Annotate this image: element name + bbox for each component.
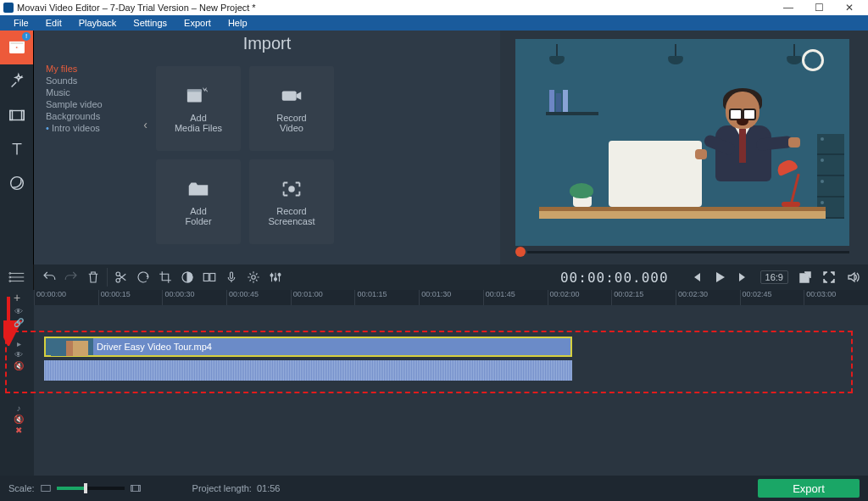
timecode-display: 00:00:00.000: [548, 270, 681, 286]
clip-filename: Driver Easy Video Tour.mp4: [97, 342, 212, 352]
volume-button[interactable]: [843, 267, 863, 287]
scrubber-handle-icon[interactable]: [515, 247, 526, 257]
time-ruler[interactable]: 00:00:00 00:00:15 00:00:30 00:00:45 00:0…: [34, 290, 868, 305]
svg-point-26: [275, 278, 277, 281]
nav-stickers[interactable]: [0, 166, 33, 200]
svg-rect-22: [210, 274, 215, 281]
svg-rect-31: [131, 486, 132, 492]
rotate-button[interactable]: [133, 267, 153, 287]
separator: [107, 268, 108, 287]
menu-export[interactable]: Export: [175, 18, 220, 28]
minimize-button[interactable]: —: [773, 0, 804, 15]
link-icon[interactable]: 🔗: [14, 318, 24, 327]
cat-my-files[interactable]: My files: [46, 63, 139, 75]
tile-record-video-label: Record Video: [276, 113, 306, 133]
cat-sample-video[interactable]: Sample video: [46, 98, 139, 110]
play-button[interactable]: [709, 267, 730, 287]
color-adjust-button[interactable]: [177, 267, 198, 287]
import-panel: Import My files Sounds Music Sample vide…: [34, 31, 500, 264]
preview-video[interactable]: [515, 39, 849, 246]
timeline-body[interactable]: 00:00:00 00:00:15 00:00:30 00:00:45 00:0…: [34, 290, 868, 476]
transition-wizard-button[interactable]: [199, 267, 220, 287]
scrubber-track[interactable]: [527, 251, 849, 253]
menu-help[interactable]: Help: [220, 18, 256, 28]
fullscreen-button[interactable]: [819, 267, 839, 287]
scale-label: Scale:: [8, 483, 35, 493]
preview-scrubber[interactable]: [515, 246, 849, 258]
ruler-tick: 00:02:30: [676, 290, 740, 305]
split-button[interactable]: [111, 267, 131, 287]
overlay-track-controls: 👁🔗: [7, 307, 31, 327]
menu-settings[interactable]: Settings: [125, 18, 175, 28]
equalizer-button[interactable]: [265, 267, 286, 287]
svg-point-27: [278, 274, 281, 276]
cat-music[interactable]: Music: [46, 86, 139, 98]
close-button[interactable]: ✕: [834, 0, 865, 15]
ruler-tick: 00:00:15: [98, 290, 163, 305]
audio-track-controls: ♪🔇✖: [7, 404, 31, 435]
mute-icon[interactable]: 🔇: [14, 415, 24, 424]
next-frame-button[interactable]: [733, 267, 754, 287]
redo-button[interactable]: [61, 267, 81, 287]
export-button[interactable]: Export: [758, 479, 860, 498]
tile-record-video[interactable]: Record Video: [249, 66, 334, 151]
menu-bar: File Edit Playback Settings Export Help: [0, 15, 868, 31]
music-note-icon[interactable]: ♪: [17, 404, 21, 413]
audio-clip[interactable]: [44, 360, 572, 381]
clip-thumbnail: [46, 338, 93, 355]
menu-edit[interactable]: Edit: [37, 18, 70, 28]
zoom-out-icon[interactable]: [40, 482, 52, 494]
window-title: Movavi Video Editor – 7-Day Trial Versio…: [17, 3, 773, 13]
zoom-in-icon[interactable]: [130, 482, 142, 494]
collapse-categories-icon[interactable]: ‹: [143, 117, 147, 132]
eye-icon[interactable]: 👁: [14, 307, 23, 316]
nav-filters[interactable]: [0, 64, 33, 98]
tile-add-folder-label: Add Folder: [185, 206, 211, 226]
svg-rect-1: [9, 42, 24, 45]
video-clip[interactable]: Driver Easy Video Tour.mp4: [44, 337, 572, 357]
svg-point-25: [270, 274, 273, 276]
cat-intro-videos[interactable]: Intro videos: [46, 122, 139, 134]
cat-backgrounds[interactable]: Backgrounds: [46, 110, 139, 122]
nav-transitions[interactable]: [0, 98, 33, 132]
svg-rect-32: [138, 486, 140, 492]
ruler-tick: 00:01:00: [291, 290, 355, 305]
import-tiles: Add Media Files Record Video Add Folder …: [144, 58, 500, 264]
tile-add-media[interactable]: Add Media Files: [156, 66, 241, 151]
tile-add-media-label: Add Media Files: [175, 113, 222, 133]
delete-button[interactable]: [83, 267, 103, 287]
menu-file[interactable]: File: [5, 18, 37, 28]
svg-point-24: [252, 276, 256, 280]
nav-titles[interactable]: [0, 132, 33, 166]
tile-record-screencast-label: Record Screencast: [268, 206, 314, 226]
crop-button[interactable]: [155, 267, 175, 287]
mute-icon[interactable]: 🔇: [14, 361, 24, 370]
import-title: Import: [34, 31, 500, 58]
cat-sounds[interactable]: Sounds: [46, 75, 139, 86]
aspect-ratio-selector[interactable]: 16:9: [760, 270, 788, 284]
svg-rect-9: [282, 91, 297, 100]
nav-import[interactable]: !: [0, 31, 33, 64]
tile-record-screencast[interactable]: Record Screencast: [249, 159, 334, 244]
popout-button[interactable]: [795, 267, 815, 287]
ruler-tick: 00:02:45: [740, 290, 804, 305]
timeline-mode-toggle[interactable]: [0, 264, 34, 290]
menu-playback[interactable]: Playback: [70, 18, 125, 28]
window-titlebar: Movavi Video Editor – 7-Day Trial Versio…: [0, 0, 868, 15]
record-audio-button[interactable]: [221, 267, 242, 287]
preview-scene: [515, 39, 849, 246]
maximize-button[interactable]: ☐: [804, 0, 834, 15]
svg-rect-23: [231, 272, 233, 279]
ruler-tick: 00:02:15: [611, 290, 676, 305]
prev-frame-button[interactable]: [686, 267, 706, 287]
ruler-tick: 00:01:15: [354, 290, 419, 305]
clip-properties-button[interactable]: [243, 267, 264, 287]
video-track-icon[interactable]: ▸: [17, 339, 21, 348]
tile-add-folder[interactable]: Add Folder: [156, 159, 241, 244]
ruler-tick: 00:03:00: [804, 290, 868, 305]
zoom-slider[interactable]: [57, 487, 125, 490]
eye-icon[interactable]: 👁: [14, 350, 23, 359]
undo-button[interactable]: [39, 267, 59, 287]
unlink-icon[interactable]: ✖: [15, 426, 22, 435]
svg-rect-4: [9, 111, 12, 120]
